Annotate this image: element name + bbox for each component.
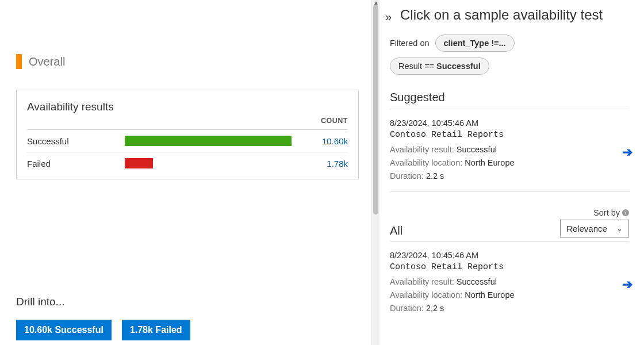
- card-title: Availability results: [27, 101, 348, 113]
- availability-results-card: Availability results x COUNT Successful …: [16, 90, 359, 179]
- row-label: Successful: [27, 130, 125, 152]
- divider: [390, 109, 629, 109]
- table-row: Failed 1.78k: [27, 152, 348, 175]
- result-item[interactable]: 8/23/2024, 10:45:46 AM Contoso Retail Re…: [390, 118, 630, 192]
- row-label: Failed: [27, 152, 125, 175]
- arrow-right-icon[interactable]: ➔: [622, 277, 632, 292]
- result-name: Contoso Retail Reports: [390, 130, 630, 140]
- accent-bar: [16, 54, 22, 69]
- filter-chip-result[interactable]: Result == Successful: [390, 57, 489, 75]
- result-timestamp: 8/23/2024, 10:45:46 AM: [390, 251, 630, 260]
- suggested-heading: Suggested: [390, 91, 634, 104]
- row-count[interactable]: 10.60k: [302, 130, 348, 152]
- chevron-down-icon: ⌄: [616, 224, 623, 233]
- overall-label: Overall: [29, 55, 65, 68]
- drill-successful-button[interactable]: 10.60k Successful: [16, 320, 112, 340]
- result-name: Contoso Retail Reports: [390, 262, 630, 272]
- result-item[interactable]: 8/23/2024, 10:45:46 AM Contoso Retail Re…: [390, 251, 630, 324]
- row-count[interactable]: 1.78k: [302, 152, 348, 175]
- overall-header: Overall: [16, 54, 379, 69]
- bar-successful: [125, 136, 292, 146]
- arrow-right-icon[interactable]: ➔: [622, 145, 632, 160]
- expand-panel-icon[interactable]: »: [385, 10, 389, 24]
- scrollbar[interactable]: ▲: [371, 0, 379, 345]
- panel-title: Click on a sample availability test: [400, 7, 634, 23]
- drill-into-label: Drill into...: [16, 296, 379, 308]
- sort-by-select[interactable]: Relevance ⌄: [560, 220, 629, 237]
- table-row: Successful 10.60k: [27, 130, 348, 152]
- sort-by-label: Sort by i: [593, 208, 629, 217]
- filter-chip-client-type[interactable]: client_Type !=...: [435, 34, 515, 52]
- count-header: COUNT: [302, 117, 348, 130]
- drill-failed-button[interactable]: 1.78k Failed: [122, 320, 190, 340]
- filtered-on-label: Filtered on: [390, 39, 430, 48]
- all-heading: All: [390, 224, 402, 237]
- result-timestamp: 8/23/2024, 10:45:46 AM: [390, 118, 630, 128]
- scrollbar-thumb[interactable]: [373, 5, 378, 214]
- divider: [390, 241, 629, 241]
- bar-failed: [125, 158, 153, 168]
- info-icon[interactable]: i: [622, 209, 629, 216]
